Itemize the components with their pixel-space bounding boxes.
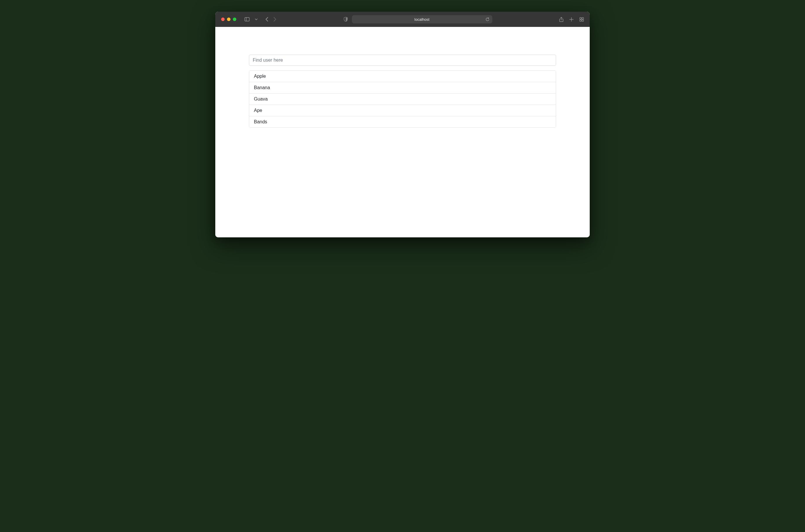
address-text: localhost: [415, 17, 429, 22]
close-window-button[interactable]: [221, 18, 225, 21]
page-content: Apple Banana Guava Ape Bands: [215, 27, 590, 238]
list-item-label: Ape: [254, 108, 262, 113]
list-item-label: Banana: [254, 85, 270, 90]
toolbar-right-group: [559, 17, 584, 22]
svg-rect-8: [582, 20, 584, 21]
reload-icon[interactable]: [486, 17, 489, 21]
window-controls: [221, 18, 236, 21]
list-item-label: Bands: [254, 119, 267, 124]
maximize-window-button[interactable]: [233, 18, 236, 21]
browser-window: localhost: [215, 12, 590, 238]
new-tab-icon[interactable]: [569, 17, 574, 22]
navigation-arrows: [265, 17, 276, 22]
minimize-window-button[interactable]: [227, 18, 231, 21]
browser-titlebar: localhost: [215, 12, 590, 27]
results-list: Apple Banana Guava Ape Bands: [249, 71, 556, 128]
privacy-shield-icon[interactable]: [344, 17, 348, 22]
list-item[interactable]: Banana: [249, 82, 556, 94]
list-item[interactable]: Guava: [249, 94, 556, 105]
chevron-down-icon[interactable]: [255, 18, 258, 20]
list-item[interactable]: Ape: [249, 105, 556, 116]
search-input[interactable]: [249, 55, 556, 66]
toolbar-left-group: [244, 17, 276, 22]
svg-rect-6: [582, 18, 584, 19]
sidebar-toggle-icon[interactable]: [244, 17, 250, 21]
list-item-label: Apple: [254, 74, 266, 79]
share-icon[interactable]: [559, 17, 563, 22]
svg-rect-5: [580, 18, 582, 19]
list-item[interactable]: Bands: [249, 116, 556, 128]
svg-rect-7: [580, 20, 582, 21]
forward-button-icon[interactable]: [274, 17, 276, 22]
tab-overview-icon[interactable]: [580, 17, 584, 22]
list-item[interactable]: Apple: [249, 71, 556, 82]
svg-rect-0: [245, 18, 250, 21]
list-item-label: Guava: [254, 96, 268, 101]
back-button-icon[interactable]: [265, 17, 268, 22]
address-bar[interactable]: localhost: [352, 15, 492, 23]
address-bar-area: localhost: [291, 15, 545, 23]
